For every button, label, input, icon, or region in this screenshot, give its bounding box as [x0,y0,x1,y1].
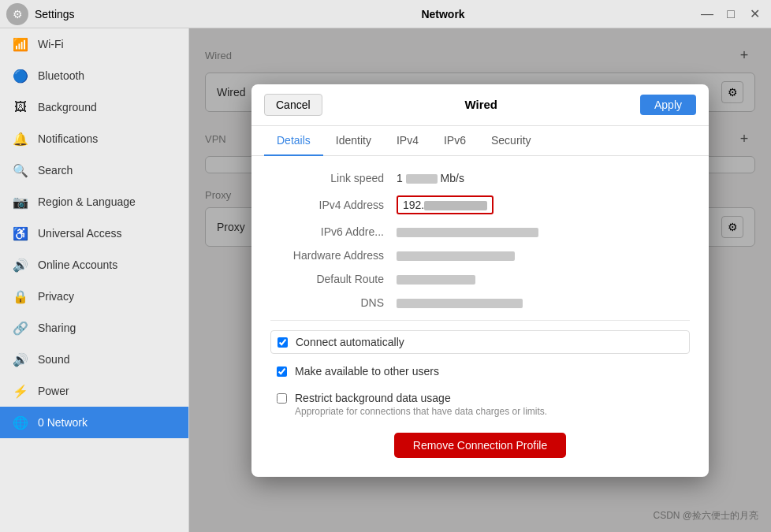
power-icon: ⚡ [13,383,28,399]
sidebar-item-label: Search [38,164,73,177]
sidebar-item-label: Sound [38,353,69,366]
background-icon: 🖼 [13,99,28,115]
sidebar-item-label: Privacy [38,290,74,303]
sound-icon: 🔊 [13,352,28,367]
sidebar-item-label: Sharing [38,322,76,334]
sidebar-item-search[interactable]: 🔍 Search [0,154,188,186]
modal-tabs: Details Identity IPv4 IPv6 Security [251,126,709,156]
settings-title: Settings [35,8,75,20]
restrict-bg-checkbox[interactable] [277,393,287,404]
tab-identity[interactable]: Identity [323,126,384,156]
bluetooth-icon: 🔵 [13,68,28,84]
window-title: Network [189,8,697,20]
ipv6-row: IPv6 Addre... [270,225,690,238]
sidebar-item-label: Online Accounts [38,259,117,271]
universal-icon: ♿ [13,225,28,241]
titlebar: ⚙ Settings Network — □ ✕ [0,0,771,28]
restrict-bg-row: Restrict background data usage Appropria… [270,389,690,420]
ipv4-value: 192. [397,195,494,214]
make-available-label[interactable]: Make available to other users [295,365,439,378]
ipv6-label: IPv6 Addre... [270,225,397,238]
sidebar-item-power[interactable]: ⚡ Power [0,375,188,407]
modal-body: Link speed 1 Mb/s IPv4 Address 192. [251,156,709,477]
link-speed-value: 1 Mb/s [397,172,464,184]
cancel-button[interactable]: Cancel [264,94,322,116]
region-icon: 📷 [13,194,28,210]
sidebar-item-label: Power [38,385,69,397]
notifications-icon: 🔔 [13,131,28,147]
link-speed-label: Link speed [270,172,397,184]
make-available-checkbox[interactable] [277,366,287,377]
search-icon: 🔍 [13,162,28,178]
tab-ipv6[interactable]: IPv6 [431,126,479,156]
sidebar-item-label: Bluetooth [38,69,84,82]
sharing-icon: 🔗 [13,320,28,336]
modal-overlay: Cancel Wired Apply Details Identity IPv4… [189,28,771,532]
sidebar-item-label: Region & Language [38,195,136,208]
sidebar-item-background[interactable]: 🖼 Background [0,91,188,123]
sidebar-item-sound[interactable]: 🔊 Sound [0,344,188,375]
connect-auto-row: Connect automatically [270,330,690,354]
link-speed-row: Link speed 1 Mb/s [270,172,690,184]
dns-label: DNS [270,296,397,309]
minimize-button[interactable]: — [697,4,717,24]
tab-details[interactable]: Details [264,126,323,156]
wifi-icon: 📶 [13,36,28,52]
sidebar-item-notifications[interactable]: 🔔 Notifications [0,123,188,154]
hardware-label: Hardware Address [270,249,397,262]
sidebar-item-wifi[interactable]: 📶 Wi-Fi [0,28,188,60]
dns-value [397,296,523,309]
sidebar-item-privacy[interactable]: 🔒 Privacy [0,281,188,312]
titlebar-left: ⚙ Settings [0,3,189,25]
sidebar-item-region[interactable]: 📷 Region & Language [0,186,188,218]
online-icon: 🔊 [13,257,28,273]
tab-ipv4[interactable]: IPv4 [384,126,431,156]
default-route-value [397,273,475,285]
content-area: Wired + Wired ⚙ VPN + [189,28,771,532]
make-available-row: Make available to other users [270,362,690,381]
sidebar-item-label: Universal Access [38,227,122,240]
ipv4-label: IPv4 Address [270,199,397,211]
modal-header: Cancel Wired Apply [251,84,709,126]
wired-modal: Cancel Wired Apply Details Identity IPv4… [251,84,709,477]
maximize-button[interactable]: □ [721,4,741,24]
sidebar-item-bluetooth[interactable]: 🔵 Bluetooth [0,60,188,91]
default-route-row: Default Route [270,273,690,285]
sidebar-item-universal[interactable]: ♿ Universal Access [0,218,188,249]
remove-connection-button[interactable]: Remove Connection Profile [394,433,566,458]
network-icon: 🌐 [13,415,28,430]
tab-security[interactable]: Security [479,126,544,156]
restrict-bg-label[interactable]: Restrict background data usage [295,392,451,404]
apply-button[interactable]: Apply [640,95,696,115]
sidebar-item-online[interactable]: 🔊 Online Accounts [0,249,188,281]
sidebar-item-label: 0 Network [38,416,88,429]
restrict-bg-sublabel: Appropriate for connections that have da… [295,406,547,417]
sidebar-item-sharing[interactable]: 🔗 Sharing [0,312,188,344]
hardware-value [397,249,515,262]
sidebar-item-label: Wi-Fi [38,38,64,50]
main-layout: 📶 Wi-Fi 🔵 Bluetooth 🖼 Background 🔔 Notif… [0,28,771,532]
window-controls: — □ ✕ [697,4,771,24]
settings-icon: ⚙ [6,3,28,25]
connect-auto-checkbox[interactable] [277,337,288,348]
close-button[interactable]: ✕ [744,4,765,24]
divider [270,320,690,321]
sidebar-item-label: Notifications [38,132,98,145]
privacy-icon: 🔒 [13,288,28,304]
connect-auto-label[interactable]: Connect automatically [296,336,404,348]
default-route-label: Default Route [270,273,397,285]
hardware-row: Hardware Address [270,249,690,262]
sidebar: 📶 Wi-Fi 🔵 Bluetooth 🖼 Background 🔔 Notif… [0,28,189,532]
modal-title: Wired [329,98,634,111]
ipv6-value [397,225,538,238]
sidebar-item-label: Background [38,101,97,113]
dns-row: DNS [270,296,690,309]
sidebar-item-network[interactable]: 🌐 0 Network [0,407,188,438]
ipv4-row: IPv4 Address 192. [270,195,690,214]
